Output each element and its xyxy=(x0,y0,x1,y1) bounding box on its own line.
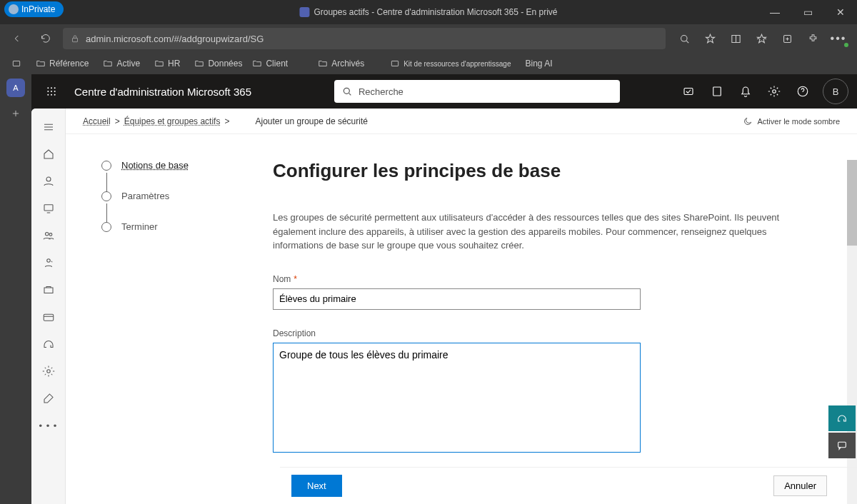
svg-point-23 xyxy=(46,259,50,263)
favorites-button[interactable] xyxy=(748,26,774,51)
more-actions-button[interactable]: ••• xyxy=(826,26,851,51)
wizard-step-finish[interactable]: Terminer xyxy=(101,221,259,232)
nav-billing-button[interactable] xyxy=(34,304,63,330)
nav-support-button[interactable] xyxy=(34,331,63,357)
nav-setup-button[interactable] xyxy=(34,385,63,411)
favorite-learning-kit[interactable]: Kit de ressources d'apprentissage xyxy=(384,56,516,71)
favorite-client[interactable]: Client xyxy=(246,56,294,71)
tab-title: Groupes actifs - Centre d'administration… xyxy=(299,7,557,17)
nav-settings-button[interactable] xyxy=(34,358,63,384)
dark-mode-label: Activer le mode sombre xyxy=(757,117,840,126)
close-button[interactable]: ✕ xyxy=(824,0,857,24)
m365-favicon-icon xyxy=(299,7,309,17)
tab-m365admin[interactable]: A xyxy=(6,79,25,97)
wizard-steps: Notions de base Paramètres Terminer xyxy=(66,134,273,504)
breadcrumb-sep: > xyxy=(224,116,229,126)
left-nav-collapsed: • • • xyxy=(31,109,66,504)
extensions-button[interactable] xyxy=(800,26,826,51)
svg-point-13 xyxy=(54,94,56,96)
new-tab-favorite[interactable] xyxy=(6,56,27,71)
favorite-button[interactable] xyxy=(697,26,723,51)
svg-point-21 xyxy=(45,233,49,236)
url-box[interactable]: admin.microsoft.com/#/addgroupwizard/SG xyxy=(63,28,666,49)
zoom-button[interactable] xyxy=(671,26,697,51)
favorite-hr[interactable]: HR xyxy=(149,56,186,71)
suite-title: Centre d'administration Microsoft 365 xyxy=(74,86,251,98)
cancel-button[interactable]: Annuler xyxy=(773,475,827,496)
fav-label: Archivés xyxy=(331,59,364,69)
url-text: admin.microsoft.com/#/addgroupwizard/SG xyxy=(86,34,264,44)
collections-button[interactable] xyxy=(774,26,800,51)
nav-home-button[interactable] xyxy=(34,141,63,167)
svg-point-1 xyxy=(681,35,687,41)
nav-hamburger-button[interactable] xyxy=(34,114,63,140)
help-support-button[interactable] xyxy=(828,405,856,431)
svg-point-12 xyxy=(51,94,52,96)
notifications-button[interactable] xyxy=(733,79,758,104)
wizard-step-basics[interactable]: Notions de base xyxy=(101,160,259,171)
page-inner: • • • Accueil > Équipes et groupes actif… xyxy=(31,109,857,504)
description-textarea[interactable] xyxy=(273,343,641,453)
search-input[interactable]: Recherche xyxy=(334,80,620,103)
feedback-button[interactable] xyxy=(828,433,856,458)
share-button[interactable] xyxy=(676,79,701,104)
svg-rect-0 xyxy=(73,38,78,41)
refresh-button[interactable] xyxy=(34,27,57,50)
nav-users-button[interactable] xyxy=(34,168,63,194)
nav-groups-button[interactable] xyxy=(34,223,63,248)
step-label: Paramètres xyxy=(121,191,169,201)
next-button[interactable]: Next xyxy=(291,475,342,497)
step-circle-icon xyxy=(101,222,111,232)
breadcrumb-teams[interactable]: Équipes et groupes actifs xyxy=(124,116,221,126)
fav-label: Active xyxy=(116,59,140,69)
favorite-reference[interactable]: Référence xyxy=(30,56,94,71)
svg-rect-4 xyxy=(391,61,398,66)
svg-point-9 xyxy=(51,91,52,92)
fav-label: Bing AI xyxy=(525,59,552,69)
account-button[interactable]: B xyxy=(823,79,848,104)
nav-resources-button[interactable] xyxy=(34,277,63,303)
fav-label: Kit de ressources d'apprentissage xyxy=(404,60,511,68)
svg-point-7 xyxy=(54,87,56,89)
favorite-donnees[interactable]: Données xyxy=(189,56,248,71)
account-initial: B xyxy=(833,86,839,97)
svg-point-22 xyxy=(49,233,52,236)
window-controls: ― ▭ ✕ xyxy=(758,0,857,24)
step-label: Notions de base xyxy=(121,160,189,171)
app-launcher-button[interactable] xyxy=(40,80,63,103)
upload-button[interactable] xyxy=(704,79,730,104)
name-label: Nom* xyxy=(273,274,808,284)
name-input[interactable] xyxy=(273,288,641,310)
nav-more-button[interactable]: • • • xyxy=(34,413,63,438)
new-tab-button[interactable] xyxy=(5,103,26,124)
minimize-button[interactable]: ― xyxy=(758,0,791,24)
nav-devices-button[interactable] xyxy=(34,196,63,221)
favorite-active[interactable]: Active xyxy=(97,56,146,71)
settings-button[interactable] xyxy=(761,79,787,104)
wizard-step-settings[interactable]: Paramètres xyxy=(101,191,259,201)
maximize-button[interactable]: ▭ xyxy=(791,0,824,24)
favorite-bingai[interactable]: Bing AI xyxy=(519,56,558,71)
search-placeholder: Recherche xyxy=(359,86,404,97)
svg-point-19 xyxy=(46,177,51,181)
svg-point-10 xyxy=(54,91,56,92)
step-circle-icon xyxy=(101,191,111,201)
page-frame: • • • Accueil > Équipes et groupes actif… xyxy=(31,109,857,504)
description-label: Description xyxy=(273,328,808,338)
breadcrumb-sep: > xyxy=(115,116,120,126)
svg-point-14 xyxy=(344,88,349,94)
dark-mode-toggle[interactable]: Activer le mode sombre xyxy=(743,116,840,126)
vertical-tabs-strip: A xyxy=(0,74,31,504)
nav-roles-button[interactable] xyxy=(34,250,63,276)
breadcrumb-home[interactable]: Accueil xyxy=(83,116,111,126)
tab-title-text: Groupes actifs - Centre d'administration… xyxy=(314,7,557,17)
favorite-archives[interactable]: Archivés xyxy=(312,56,370,71)
reading-button[interactable] xyxy=(723,26,748,51)
wizard-footer: Next Annuler xyxy=(280,467,857,504)
scroll-thumb[interactable] xyxy=(847,160,857,246)
back-button[interactable] xyxy=(6,27,29,50)
svg-point-6 xyxy=(51,87,52,89)
fav-label: HR xyxy=(168,59,180,69)
step-label: Terminer xyxy=(121,221,158,232)
help-button[interactable] xyxy=(790,79,816,104)
